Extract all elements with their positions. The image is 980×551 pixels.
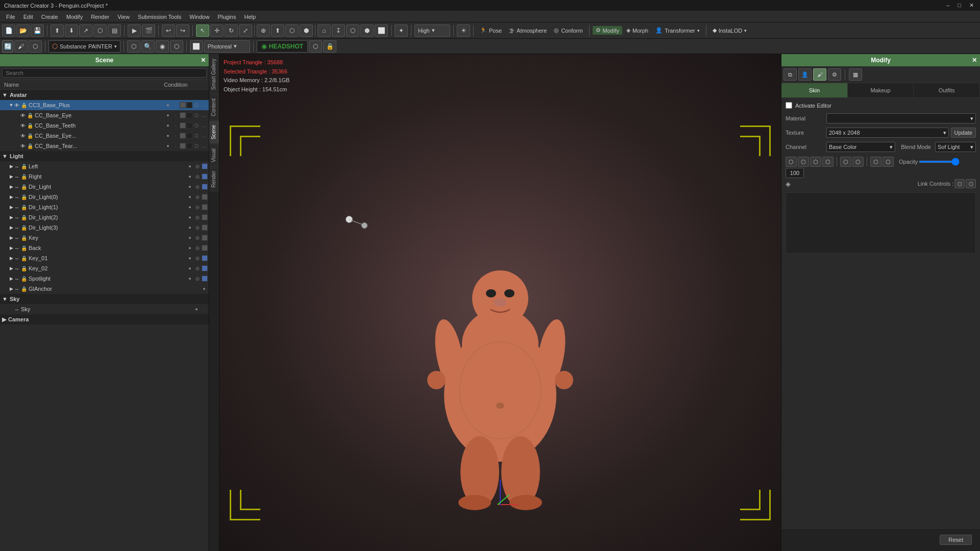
- move2-button[interactable]: ⊕: [257, 24, 270, 37]
- side-tab-smart-gallery[interactable]: Smart Gallery: [209, 54, 219, 94]
- mod-tb-paint[interactable]: 🖌: [813, 68, 826, 81]
- menu-edit[interactable]: Edit: [19, 13, 37, 21]
- tb2-btn4[interactable]: ⬡: [170, 40, 183, 53]
- tool2-button[interactable]: ⬆: [271, 24, 284, 37]
- move-button[interactable]: ✛: [210, 24, 224, 37]
- link-btn-2[interactable]: ⬡: [966, 179, 976, 188]
- conform-button[interactable]: ◎ Conform: [551, 26, 585, 35]
- menu-file[interactable]: File: [2, 13, 19, 21]
- modify-toolbar-button[interactable]: ⚙ Modify: [593, 26, 622, 35]
- scene-item-right[interactable]: ▶ ↔ 🔒 Right ● ◎: [0, 171, 209, 182]
- menu-submission[interactable]: Submission Tools: [134, 13, 185, 21]
- side-tab-scene[interactable]: Scene: [209, 120, 219, 143]
- scene-item-back[interactable]: ▶ ↔ 🔒 Back ● ◎: [0, 243, 209, 253]
- rotate-button[interactable]: ↻: [225, 24, 238, 37]
- link-btn-1[interactable]: ⬡: [954, 179, 965, 188]
- mod-tab-makeup[interactable]: Makeup: [848, 83, 914, 97]
- scene-avatar-section[interactable]: ▼ Avatar: [0, 90, 209, 100]
- tb2-btn3[interactable]: ◉: [156, 40, 169, 53]
- headshot-settings-btn[interactable]: ⬡: [309, 40, 322, 53]
- close-button[interactable]: ✕: [967, 2, 976, 9]
- side-tab-render[interactable]: Render: [209, 166, 219, 192]
- menu-help[interactable]: Help: [240, 13, 260, 21]
- scene-item-ccbaseeye2[interactable]: 👁 🔒 CC_Base_Eye... ● · ⬡ …: [0, 131, 209, 141]
- blend-mode-dropdown[interactable]: Sof Light ▾: [935, 142, 976, 152]
- light-handle-2[interactable]: [361, 222, 368, 229]
- home-button[interactable]: ⌂: [317, 24, 331, 37]
- scene-item-dirlight1[interactable]: ▶ ↔ 🔒 Dir_Light(1) ● ◎: [0, 202, 209, 212]
- select-button[interactable]: ↖: [196, 24, 209, 37]
- mod-tb-settings[interactable]: ⚙: [828, 68, 841, 81]
- paint-tool-3[interactable]: ⬡: [810, 157, 821, 167]
- scale-button[interactable]: ⤢: [239, 24, 252, 37]
- mod-tb-sliders[interactable]: ⧉: [783, 68, 797, 81]
- home3-button[interactable]: ⬡: [346, 24, 359, 37]
- texture-size-dropdown[interactable]: 2048 x 2048 ▾: [826, 128, 949, 138]
- mod-tb-person[interactable]: 👤: [798, 68, 812, 81]
- paint-tool-4[interactable]: ⬡: [822, 157, 834, 167]
- export3-button[interactable]: ⬡: [93, 24, 107, 37]
- scene-item-key02[interactable]: ▶ ↔ 🔒 Key_02 ● ◎: [0, 263, 209, 273]
- play-button[interactable]: ▶: [128, 24, 141, 37]
- substance-painter-button[interactable]: ⬡ Substance PAINTER ▾: [48, 40, 120, 53]
- minimize-button[interactable]: –: [944, 2, 951, 9]
- render-button[interactable]: 🎬: [142, 24, 155, 37]
- tb2-btn2[interactable]: 🔍: [141, 40, 155, 53]
- pose-button[interactable]: 🏃 Pose: [477, 26, 505, 35]
- paint-tool-6[interactable]: ⬡: [852, 157, 864, 167]
- menu-render[interactable]: Render: [87, 13, 113, 21]
- scene-close-button[interactable]: ✕: [201, 57, 206, 64]
- side-tab-visual[interactable]: Visual: [209, 144, 219, 166]
- paint-btn[interactable]: 🖌: [14, 40, 28, 53]
- scene-item-ccbaseteeth[interactable]: 👁 🔒 CC_Base_Teeth ● · ⬡ …: [0, 120, 209, 131]
- opacity-slider[interactable]: [919, 161, 960, 163]
- export-button[interactable]: ⬇: [65, 24, 78, 37]
- maximize-button[interactable]: □: [955, 2, 963, 9]
- paint-tool-5[interactable]: ⬡: [840, 157, 851, 167]
- scene-camera-section[interactable]: ▶ Camera: [0, 314, 209, 324]
- paint-tool-8[interactable]: ⬡: [883, 157, 894, 167]
- scene-item-dirlight3[interactable]: ▶ ↔ 🔒 Dir_Light(3) ● ◎: [0, 222, 209, 233]
- morph-button[interactable]: ◈ Morph: [623, 26, 651, 35]
- redo-button[interactable]: ↪: [176, 24, 189, 37]
- modify-close-button[interactable]: ✕: [972, 57, 977, 64]
- import-button[interactable]: ⬆: [51, 24, 64, 37]
- sun-button[interactable]: ✦: [395, 24, 408, 37]
- viewport[interactable]: Project Triangle : 35688 Selected Triang…: [219, 54, 781, 551]
- scene-item-dirlight0[interactable]: ▶ ↔ 🔒 Dir_Light(0) ● ◎: [0, 192, 209, 202]
- mod-tab-outfits[interactable]: Outfits: [914, 83, 980, 97]
- home5-button[interactable]: ⬜: [375, 24, 388, 37]
- scene-item-key01[interactable]: ▶ ↔ 🔒 Key_01 ● ◎: [0, 253, 209, 263]
- reset-button[interactable]: Reset: [940, 535, 972, 545]
- export4-button[interactable]: ▤: [108, 24, 121, 37]
- scene-item-cc3baseplus[interactable]: ▼ 👁 🔒 CC3_Base_Plus ● · ⬡ …: [0, 100, 209, 110]
- cc3baseplus-arrow[interactable]: ▼: [8, 103, 14, 108]
- activate-editor-checkbox[interactable]: [786, 102, 792, 109]
- quality-dropdown[interactable]: High ▾: [414, 24, 450, 37]
- tb2-btn1[interactable]: ⬡: [127, 40, 140, 53]
- substance-mode-btn[interactable]: 🔄: [2, 40, 13, 53]
- headshot-lock-btn[interactable]: 🔒: [323, 40, 336, 53]
- material-dropdown[interactable]: ▾: [826, 113, 976, 123]
- menu-view[interactable]: View: [113, 13, 134, 21]
- update-button[interactable]: Update: [951, 128, 976, 138]
- export2-button[interactable]: ↗: [79, 24, 92, 37]
- scene-item-key[interactable]: ▶ ↔ 🔒 Key ● ◎: [0, 233, 209, 243]
- new-file-button[interactable]: 📄: [2, 24, 15, 37]
- save-file-button[interactable]: 💾: [31, 24, 44, 37]
- menu-window[interactable]: Window: [185, 13, 213, 21]
- scene-item-ccbaseeye[interactable]: 👁 🔒 CC_Base_Eye ● · ⬡ …: [0, 110, 209, 120]
- scene-item-dirlight2[interactable]: ▶ ↔ 🔒 Dir_Light(2) ● ◎: [0, 212, 209, 222]
- paint2-btn[interactable]: ⬡: [29, 40, 42, 53]
- scene-item-sky[interactable]: ↔ Sky ● ·: [0, 304, 209, 314]
- scene-light-section[interactable]: ▼ Light: [0, 151, 209, 161]
- paint-tool-1[interactable]: ⬡: [786, 157, 797, 167]
- sun2-button[interactable]: ☀: [457, 24, 470, 37]
- atmosphere-button[interactable]: 🌫 Atmosphere: [506, 27, 550, 35]
- menu-create[interactable]: Create: [37, 13, 62, 21]
- scene-item-dirlight[interactable]: ▶ ↔ 🔒 Dir_Light ● ◎: [0, 182, 209, 192]
- paint-tool-2[interactable]: ⬡: [798, 157, 809, 167]
- tool3-button[interactable]: ⬡: [285, 24, 299, 37]
- scene-sky-section[interactable]: ▼ Sky: [0, 294, 209, 304]
- transformer-button[interactable]: 👤 Transformer ▾: [652, 26, 703, 35]
